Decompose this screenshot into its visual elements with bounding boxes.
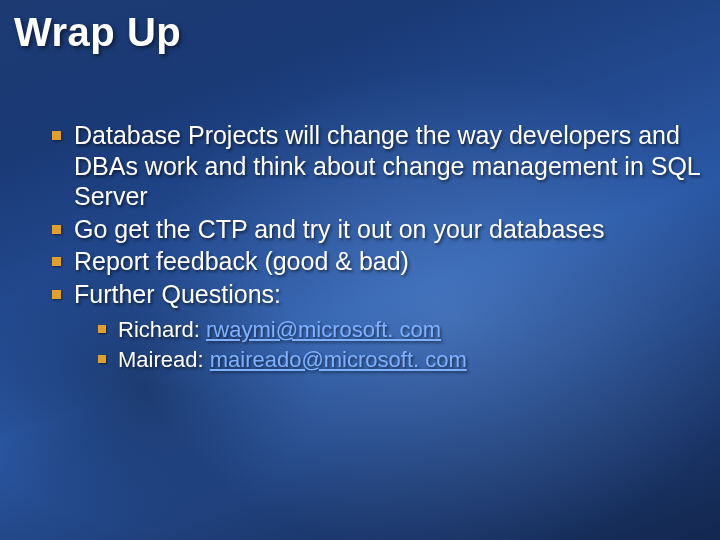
contact-item: Richard: rwaymi@microsoft. com (94, 315, 700, 345)
email-link[interactable]: rwaymi@microsoft. com (206, 317, 441, 342)
sub-bullet-list: Richard: rwaymi@microsoft. com Mairead: … (46, 315, 700, 374)
bullet-item: Further Questions: (46, 279, 700, 310)
slide-title: Wrap Up (14, 10, 181, 55)
slide: Wrap Up Database Projects will change th… (0, 0, 720, 540)
contact-label: Mairead: (118, 347, 210, 372)
bullet-item: Report feedback (good & bad) (46, 246, 700, 277)
bullet-item: Database Projects will change the way de… (46, 120, 700, 212)
main-bullet-list: Database Projects will change the way de… (46, 120, 700, 309)
contact-item: Mairead: maireado@microsoft. com (94, 345, 700, 375)
email-link[interactable]: maireado@microsoft. com (210, 347, 467, 372)
contact-label: Richard: (118, 317, 206, 342)
slide-content: Database Projects will change the way de… (46, 120, 700, 374)
bullet-item: Go get the CTP and try it out on your da… (46, 214, 700, 245)
